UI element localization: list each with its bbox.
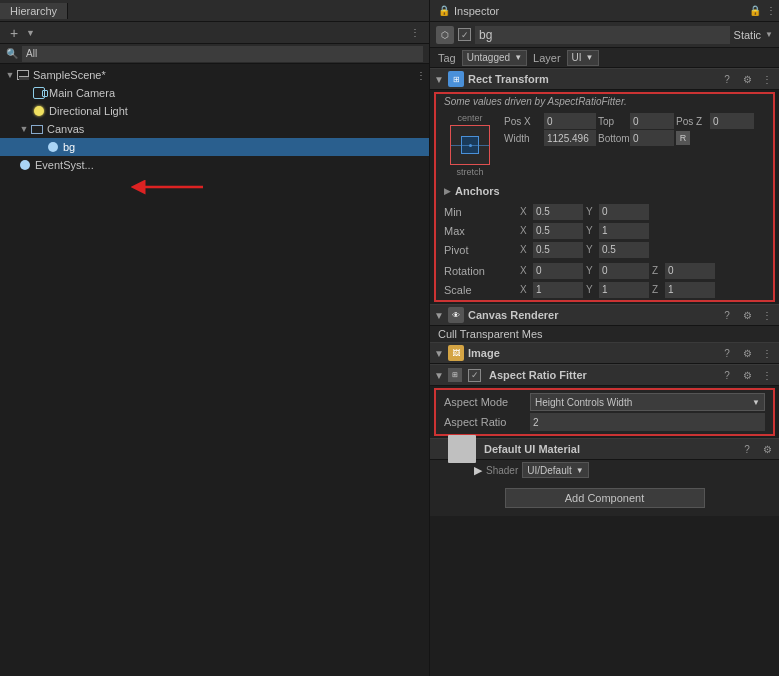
hierarchy-tab-label: Hierarchy — [10, 5, 57, 17]
r-btn[interactable]: R — [676, 131, 690, 145]
pos-z-input[interactable] — [710, 113, 754, 129]
scene-label: SampleScene* — [33, 69, 106, 81]
cull-label: Cull Transparent Mes — [438, 328, 543, 340]
hierarchy-tab-bar: Hierarchy — [0, 0, 430, 21]
max-values: X Y — [520, 223, 765, 239]
max-x-input[interactable] — [533, 223, 583, 239]
top-input[interactable] — [630, 113, 674, 129]
rt-help-btn[interactable]: ? — [719, 71, 735, 87]
bottom-input[interactable] — [630, 130, 674, 146]
scale-y-input[interactable] — [599, 282, 649, 298]
hierarchy-tab[interactable]: Hierarchy — [0, 3, 68, 19]
canvas-arrow-icon: ▼ — [18, 123, 30, 135]
canvas-label: Canvas — [47, 123, 84, 135]
sidebar-item-main-camera[interactable]: Main Camera — [0, 84, 429, 102]
expand-arrow-icon[interactable]: ▶ — [474, 464, 482, 477]
scale-z-input[interactable] — [665, 282, 715, 298]
pos-z-label: Pos Z — [676, 116, 708, 127]
rot-y-input[interactable] — [599, 263, 649, 279]
pivot-x-input[interactable] — [533, 242, 583, 258]
hierarchy-more-btn[interactable]: ⋮ — [407, 25, 423, 41]
anchors-content: Min X Y Max X — [436, 201, 773, 260]
cr-help-btn[interactable]: ? — [719, 307, 735, 323]
min-y-input[interactable] — [599, 204, 649, 220]
anchors-max-row: Max X Y — [444, 221, 765, 240]
top-bar: Hierarchy 🔒 Inspector 🔒 ⋮ — [0, 0, 779, 22]
main-layout: + ▼ ⋮ 🔍 ▼ SampleScene* ⋮ — [0, 22, 779, 676]
pos-x-input[interactable] — [544, 113, 596, 129]
min-x-input[interactable] — [533, 204, 583, 220]
active-checkbox[interactable]: ✓ — [458, 28, 471, 41]
add-btn[interactable]: + — [6, 25, 22, 41]
camera-label: Main Camera — [49, 87, 115, 99]
add-component-btn[interactable]: Add Component — [505, 488, 705, 508]
hierarchy-toolbar: + ▼ ⋮ — [0, 22, 429, 44]
cr-title: Canvas Renderer — [468, 309, 715, 321]
tag-dropdown[interactable]: Untagged ▼ — [462, 50, 527, 66]
arf-toggle-icon[interactable]: ▼ — [434, 370, 444, 380]
inspector-more-btn[interactable]: ⋮ — [763, 3, 779, 19]
rt-more-btn[interactable]: ⋮ — [759, 71, 775, 87]
go-name-input[interactable] — [475, 26, 730, 44]
max-y-input[interactable] — [599, 223, 649, 239]
scale-y-axis: Y — [586, 284, 596, 295]
arf-check-icon: ✓ — [471, 370, 479, 380]
min-label: Min — [444, 206, 514, 218]
pivot-y-input[interactable] — [599, 242, 649, 258]
layer-dropdown[interactable]: UI ▼ — [567, 50, 599, 66]
img-help-btn[interactable]: ? — [719, 345, 735, 361]
img-toggle-icon[interactable]: ▼ — [434, 348, 444, 358]
cr-more-btn[interactable]: ⋮ — [759, 307, 775, 323]
scale-x-input[interactable] — [533, 282, 583, 298]
rt-toggle-icon[interactable]: ▼ — [434, 74, 444, 84]
img-settings-btn[interactable]: ⚙ — [739, 345, 755, 361]
mat-settings-btn[interactable]: ⚙ — [759, 441, 775, 457]
sidebar-item-bg[interactable]: bg — [0, 138, 429, 156]
aspect-mode-dropdown[interactable]: Height Controls Width ▼ — [530, 393, 765, 411]
search-input[interactable] — [22, 46, 423, 62]
go-icon-box: ⬡ — [436, 26, 454, 44]
anchors-min-row: Min X Y — [444, 202, 765, 221]
img-more-btn[interactable]: ⋮ — [759, 345, 775, 361]
rotation-label: Rotation — [444, 265, 514, 277]
cr-settings-btn[interactable]: ⚙ — [739, 307, 755, 323]
sidebar-item-sample-scene[interactable]: ▼ SampleScene* ⋮ — [0, 66, 429, 84]
arf-active-check[interactable]: ✓ — [468, 369, 481, 382]
inspector-lock-btn[interactable]: 🔒 — [747, 3, 763, 19]
sidebar-item-directional-light[interactable]: Directional Light — [0, 102, 429, 120]
eventsystem-label: EventSyst... — [35, 159, 94, 171]
max-y-axis: Y — [586, 225, 596, 236]
rot-z-input[interactable] — [665, 263, 715, 279]
shader-dropdown[interactable]: UI/Default ▼ — [522, 462, 588, 478]
sidebar-item-eventsystem[interactable]: EventSyst... — [0, 156, 429, 174]
aspect-ratio-input[interactable] — [530, 413, 765, 431]
inspector-tab-label: Inspector — [454, 5, 499, 17]
rot-x-input[interactable] — [533, 263, 583, 279]
anchors-header: ▶ Anchors — [436, 181, 773, 201]
aspect-mode-value: Height Controls Width — [535, 397, 632, 408]
rotation-row: Rotation X Y Z — [444, 261, 765, 280]
mat-title: Default UI Material — [484, 443, 735, 455]
hierarchy-search-bar: 🔍 — [0, 44, 429, 64]
cr-icon-glyph: 👁 — [452, 311, 460, 320]
arf-settings-btn[interactable]: ⚙ — [739, 367, 755, 383]
arf-icon-glyph: ⊞ — [452, 371, 458, 379]
arf-more-btn[interactable]: ⋮ — [759, 367, 775, 383]
scene-more-btn[interactable]: ⋮ — [413, 67, 429, 83]
bg-icon — [46, 140, 60, 154]
anchors-pivot-row: Pivot X Y — [444, 240, 765, 259]
rect-transform-header: ▼ ⊞ Rect Transform ? ⚙ ⋮ — [430, 68, 779, 90]
mat-help-btn[interactable]: ? — [739, 441, 755, 457]
scale-x-axis: X — [520, 284, 530, 295]
rt-settings-btn[interactable]: ⚙ — [739, 71, 755, 87]
pivot-label: Pivot — [444, 244, 514, 256]
sidebar-item-canvas[interactable]: ▼ Canvas — [0, 120, 429, 138]
anchor-box — [450, 125, 490, 165]
rotation-values: X Y Z — [520, 263, 765, 279]
width-input[interactable] — [544, 130, 596, 146]
rt-note: Some values driven by AspectRatioFitter. — [436, 94, 773, 109]
shader-label: Shader — [486, 465, 518, 476]
cr-toggle-icon[interactable]: ▼ — [434, 310, 444, 320]
arf-help-btn[interactable]: ? — [719, 367, 735, 383]
tag-value: Untagged — [467, 52, 510, 63]
